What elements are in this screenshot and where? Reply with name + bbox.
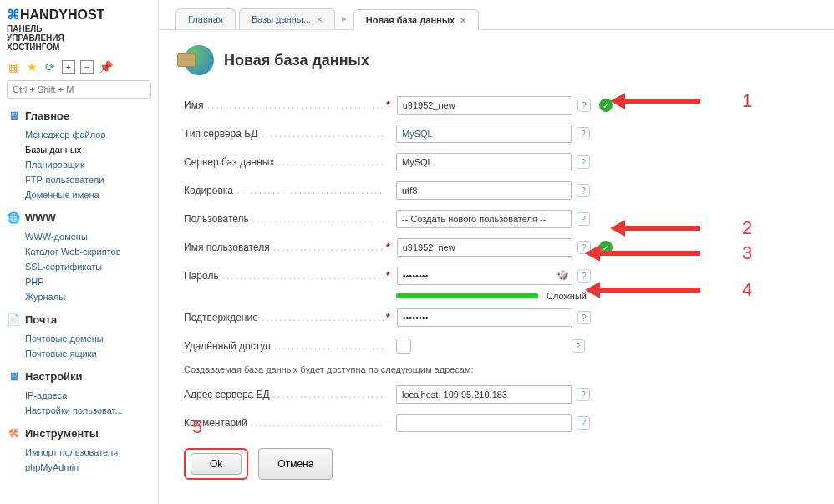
nav-php[interactable]: PHP: [25, 274, 151, 289]
nav-domains[interactable]: Доменные имена: [25, 187, 151, 202]
sidebar: ⌘HANDYHOST ПАНЕЛЬУПРАВЛЕНИЯХОСТИНГОМ ▦ ★…: [0, 0, 159, 504]
main: Главная Базы данны...✕ ▸ Новая база данн…: [159, 0, 834, 495]
dice-icon[interactable]: 🎲: [557, 269, 569, 281]
checkbox-remote[interactable]: [396, 339, 411, 354]
nav-main-header[interactable]: 🖥Главное: [7, 109, 151, 122]
password-strength-bar: [396, 293, 538, 298]
tools-icon: 🛠: [7, 426, 20, 440]
input-addr: [396, 385, 572, 404]
close-icon[interactable]: ✕: [316, 15, 323, 24]
password-strength-label: Сложный: [547, 291, 587, 301]
label-name: Имя: [184, 99, 384, 111]
logo: ⌘HANDYHOST ПАНЕЛЬУПРАВЛЕНИЯХОСТИНГОМ: [7, 7, 151, 52]
mail-icon: 📄: [7, 313, 20, 326]
nav-phpmyadmin[interactable]: phpMyAdmin: [25, 460, 151, 475]
toolbar-new-icon[interactable]: ▦: [7, 60, 20, 74]
tab-new-database[interactable]: Новая база данных✕: [353, 9, 479, 30]
label-user: Пользователь: [184, 213, 384, 225]
search-input[interactable]: [7, 80, 151, 99]
nav-tools-header[interactable]: 🛠Инструменты: [7, 426, 151, 440]
nav-ip[interactable]: IP-адреса: [25, 388, 151, 403]
select-dbtype[interactable]: [396, 125, 572, 143]
label-username: Имя пользователя: [184, 242, 384, 253]
toolbar-pin-icon[interactable]: 📌: [99, 60, 112, 74]
label-dbtype: Тип сервера БД: [184, 128, 384, 140]
label-charset: Кодировка: [184, 185, 384, 196]
label-confirm: Подтверждение: [184, 312, 384, 323]
tab-databases[interactable]: Базы данны...✕: [239, 8, 335, 29]
input-name[interactable]: [397, 96, 572, 115]
nav-databases[interactable]: Базы данных: [25, 142, 151, 157]
sidebar-toolbar: ▦ ★ ⟳ + − 📌: [7, 60, 151, 74]
help-icon[interactable]: ?: [577, 416, 590, 430]
cancel-button[interactable]: Отмена: [258, 448, 333, 480]
help-icon[interactable]: ?: [577, 155, 590, 169]
annotation-4: 4: [585, 279, 752, 301]
label-remote: Удалённый доступ: [184, 340, 384, 352]
nav-import-user[interactable]: Импорт пользователя: [25, 445, 151, 460]
toolbar-plus-icon[interactable]: +: [62, 60, 75, 74]
nav-ssl[interactable]: SSL-сертификаты: [25, 259, 151, 274]
close-icon[interactable]: ✕: [460, 16, 466, 25]
page-title: Новая база данных: [224, 52, 369, 69]
annotation-3: 3: [585, 242, 752, 264]
tab-home[interactable]: Главная: [175, 8, 236, 29]
label-password: Пароль: [184, 270, 384, 282]
page-icon: [184, 45, 214, 75]
content: Новая база данных Имя * ? ✓ Тип сервера …: [159, 30, 834, 495]
help-icon[interactable]: ?: [577, 99, 591, 112]
ok-button[interactable]: Ok: [191, 453, 242, 475]
label-comment: Комментарий: [184, 417, 384, 429]
nav-www-header[interactable]: 🌐WWW: [7, 211, 151, 224]
help-icon[interactable]: ?: [577, 127, 590, 140]
nav-settings-header[interactable]: 🖥Настройки: [7, 369, 151, 383]
nav-logs[interactable]: Журналы: [25, 289, 151, 304]
select-charset[interactable]: [396, 181, 572, 200]
toolbar-star-icon[interactable]: ★: [25, 60, 38, 74]
nav-mail-header[interactable]: 📄Почта: [7, 313, 151, 326]
tabs: Главная Базы данны...✕ ▸ Новая база данн…: [159, 0, 834, 30]
nav-www-domains[interactable]: WWW-домены: [25, 229, 151, 244]
annotation-2: 2: [610, 217, 752, 239]
nav-scheduler[interactable]: Планировщик: [25, 157, 151, 172]
toolbar-refresh-icon[interactable]: ⟳: [43, 60, 57, 74]
select-dbserver[interactable]: [396, 153, 572, 171]
label-dbserver: Сервер баз данных: [184, 156, 384, 168]
monitor-icon: 🖥: [7, 109, 20, 122]
nav-mail-domains[interactable]: Почтовые домены: [25, 331, 151, 346]
select-user[interactable]: [396, 210, 572, 228]
annotation-5: 5: [192, 416, 202, 438]
input-comment[interactable]: [396, 414, 572, 432]
annotation-1: 1: [610, 90, 752, 112]
nav-ftp-users[interactable]: FTP-пользователи: [25, 172, 151, 187]
nav-mailboxes[interactable]: Почтовые ящики: [25, 346, 151, 361]
globe-icon: 🌐: [7, 211, 20, 224]
label-addr: Адрес сервера БД: [184, 389, 384, 400]
settings-icon: 🖥: [7, 369, 20, 383]
input-confirm[interactable]: [397, 308, 572, 327]
chevron-right-icon: ▸: [338, 13, 350, 29]
input-username[interactable]: [397, 238, 572, 257]
help-icon[interactable]: ?: [577, 388, 590, 401]
nav-file-manager[interactable]: Менеджер файлов: [25, 127, 151, 142]
help-icon[interactable]: ?: [577, 212, 590, 226]
toolbar-minus-icon[interactable]: −: [80, 60, 94, 74]
input-password[interactable]: [397, 267, 572, 285]
ok-highlight: Ok: [184, 448, 248, 480]
help-icon[interactable]: ?: [572, 339, 585, 353]
help-icon[interactable]: ?: [577, 311, 591, 324]
help-icon[interactable]: ?: [577, 184, 590, 197]
nav-web-scripts[interactable]: Каталог Web-скриптов: [25, 244, 151, 259]
nav-user-settings[interactable]: Настройки пользоват...: [25, 403, 151, 418]
note-text: Создаваемая база данных будет доступна п…: [184, 364, 809, 374]
